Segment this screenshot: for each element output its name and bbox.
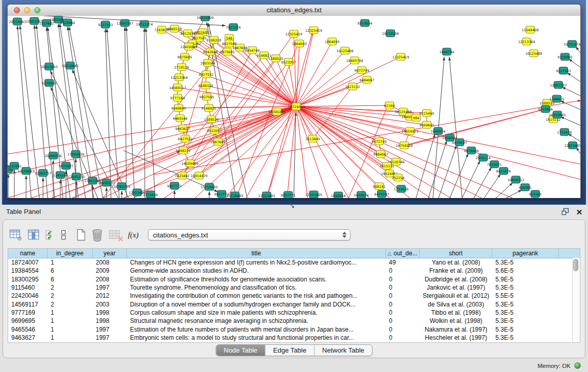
- graph-node[interactable]: 14569117: [169, 84, 186, 91]
- cell-year[interactable]: 2009: [93, 267, 127, 274]
- cell-pagerank[interactable]: 5.3E-5: [492, 301, 559, 308]
- graph-edge-black[interactable]: [144, 28, 145, 198]
- graph-node[interactable]: 9484067: [360, 76, 375, 83]
- cell-pagerank[interactable]: 5.3E-5: [492, 284, 559, 291]
- graph-edge-black[interactable]: [126, 27, 135, 198]
- cell-short[interactable]: Jankovic et al. (1997): [420, 284, 492, 291]
- cell-in_degree[interactable]: 1: [48, 326, 93, 333]
- cell-in_degree[interactable]: 1: [48, 309, 93, 316]
- cell-short[interactable]: Tibbo et al. (1998): [420, 309, 492, 316]
- cell-year[interactable]: 2008: [93, 276, 127, 283]
- graph-node[interactable]: 2935114: [476, 154, 491, 161]
- graph-edge-red[interactable]: [296, 57, 401, 106]
- cell-pagerank[interactable]: 5.6E-5: [492, 267, 559, 274]
- graph-node[interactable]: 17359938: [67, 150, 84, 158]
- float-window-button[interactable]: [561, 208, 571, 216]
- cell-short[interactable]: Stergiakouli et al. (2012): [420, 292, 492, 299]
- graph-edge-black[interactable]: [125, 27, 126, 198]
- graph-edge-red[interactable]: [296, 43, 299, 106]
- graph-node[interactable]: 6479197: [375, 190, 389, 198]
- cell-name[interactable]: 9777169: [8, 309, 48, 316]
- cell-out_degree[interactable]: 0: [386, 284, 420, 291]
- graph-edge-black[interactable]: [68, 27, 94, 198]
- graph-node[interactable]: 8522057: [281, 58, 296, 65]
- cell-year[interactable]: 2012: [93, 292, 127, 299]
- column-header-name[interactable]: name: [8, 249, 48, 258]
- show-columns-button[interactable]: [28, 228, 40, 242]
- graph-edge-black[interactable]: [569, 59, 580, 68]
- graph-edge-red[interactable]: [296, 106, 308, 198]
- cell-year[interactable]: 1997: [93, 334, 127, 341]
- cell-title[interactable]: Estimation of the future numbers of pati…: [127, 326, 386, 333]
- cell-name[interactable]: 19384554: [8, 267, 48, 274]
- scrollbar-thumb[interactable]: [573, 259, 578, 271]
- graph-node[interactable]: 908141: [373, 183, 386, 190]
- cell-title[interactable]: Tourette syndrome. Phenomenology and cla…: [127, 284, 386, 291]
- graph-edge-black[interactable]: [576, 47, 580, 54]
- cell-short[interactable]: Wolkin et al. (1998): [420, 317, 492, 324]
- cell-pagerank[interactable]: 5.3E-5: [492, 309, 559, 316]
- graph-node[interactable]: 19751074: [563, 40, 580, 48]
- table-row[interactable]: 946362711997Embryonic stem cells: a mode…: [8, 334, 580, 342]
- tab-node-table[interactable]: Node Table: [216, 345, 266, 356]
- cell-title[interactable]: Estimation of significance thresholds fo…: [127, 276, 386, 283]
- cell-out_degree[interactable]: 0: [386, 334, 420, 341]
- cell-name[interactable]: 9465546: [8, 326, 48, 333]
- graph-node[interactable]: 9146821: [202, 104, 216, 112]
- cell-in_degree[interactable]: 2: [48, 292, 93, 299]
- table-settings-button[interactable]: ⚙: [9, 228, 23, 242]
- cell-name[interactable]: 22420046: [8, 292, 48, 299]
- cell-in_degree[interactable]: 2: [48, 284, 93, 291]
- graph-edge-red[interactable]: [296, 106, 580, 180]
- cell-name[interactable]: 9115460: [8, 284, 48, 291]
- graph-node[interactable]: 1615132: [345, 83, 360, 90]
- graph-node[interactable]: 1946794: [440, 48, 454, 55]
- graph-edge-red[interactable]: [190, 50, 252, 163]
- graph-node[interactable]: 10654112: [507, 176, 524, 183]
- graph-node[interactable]: 11156863: [17, 167, 34, 174]
- graph-node[interactable]: 12213364: [518, 38, 535, 45]
- cell-pagerank[interactable]: 5.9E-5: [492, 276, 559, 283]
- graph-node[interactable]: 252254: [392, 174, 405, 181]
- graph-edge-black[interactable]: [567, 73, 580, 82]
- graph-node[interactable]: 14039469: [181, 160, 198, 167]
- table-selector[interactable]: citations_edges.txt: [148, 229, 351, 240]
- cell-pagerank[interactable]: 5.3E-5: [492, 334, 559, 341]
- graph-edge-red[interactable]: [182, 106, 296, 176]
- cell-short[interactable]: Hescheler et al. (1997): [420, 334, 492, 341]
- graph-node[interactable]: 9329960: [558, 53, 573, 60]
- graph-node[interactable]: 9857771: [281, 191, 296, 198]
- table-row[interactable]: 1938455462009Genome-wide association stu…: [8, 267, 580, 275]
- cell-title[interactable]: Structural magnetic resonance image aver…: [127, 317, 386, 324]
- cell-pagerank[interactable]: 5.3E-5: [492, 317, 559, 324]
- graph-edge-red[interactable]: [296, 106, 369, 198]
- graph-node[interactable]: 12325419: [285, 30, 302, 37]
- graph-node[interactable]: 9975887: [59, 162, 74, 169]
- cell-out_degree[interactable]: 0: [386, 326, 420, 333]
- cell-year[interactable]: 1997: [93, 326, 127, 333]
- graph-node[interactable]: 9699695: [420, 121, 434, 128]
- graph-node[interactable]: 11548408: [521, 26, 538, 33]
- cell-name[interactable]: 18300295: [8, 276, 48, 283]
- table-row[interactable]: 1872400712008Changes of HCN gene express…: [8, 258, 580, 267]
- graph-edge-black[interactable]: [439, 145, 456, 198]
- graph-node[interactable]: 10125488: [525, 50, 542, 57]
- graph-node[interactable]: 9857771: [167, 182, 182, 189]
- graph-node[interactable]: 9827505: [200, 93, 214, 100]
- cell-out_degree[interactable]: 0: [386, 267, 420, 274]
- graph-node[interactable]: 12325419: [305, 27, 322, 34]
- cell-out_degree[interactable]: 0: [386, 309, 420, 316]
- graph-node[interactable]: 16033809: [197, 16, 213, 21]
- graph-edge-red[interactable]: [296, 106, 328, 198]
- create-table-button[interactable]: [76, 228, 86, 242]
- table-scrollbar[interactable]: [572, 258, 579, 342]
- graph-edge-red[interactable]: [296, 105, 389, 106]
- graph-node[interactable]: 924565: [529, 190, 542, 198]
- cell-name[interactable]: 14569117: [8, 301, 48, 308]
- graph-node[interactable]: 10125488: [336, 47, 353, 54]
- cell-title[interactable]: Corpus callosum shape and size in male p…: [127, 309, 386, 316]
- cell-pagerank[interactable]: 5.5E-5: [492, 292, 559, 299]
- delete-table-button[interactable]: ❌: [108, 228, 123, 242]
- column-header-year[interactable]: year: [93, 249, 127, 258]
- table-row[interactable]: 977716911998Corpus callosum shape and si…: [8, 309, 580, 317]
